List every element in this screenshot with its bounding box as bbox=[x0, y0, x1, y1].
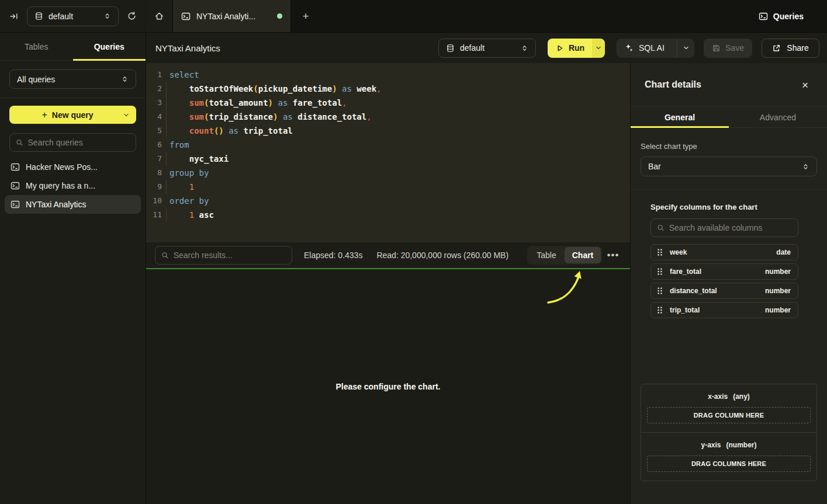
view-toggle: Table Chart bbox=[527, 246, 602, 265]
refresh-icon[interactable] bbox=[127, 11, 137, 21]
new-query-button[interactable]: + New query bbox=[9, 106, 136, 124]
run-button-label: Run bbox=[569, 43, 584, 53]
run-options-dropdown[interactable] bbox=[592, 39, 605, 58]
view-chart-label: Chart bbox=[572, 251, 594, 260]
tab-general[interactable]: General bbox=[631, 107, 729, 127]
database-selector-value: default bbox=[49, 12, 73, 21]
panel-header: Chart details × bbox=[631, 63, 827, 107]
chart-type-value: Bar bbox=[648, 162, 661, 171]
column-chip-distance_total[interactable]: distance_totalnumber bbox=[650, 283, 798, 299]
column-chip-fare_total[interactable]: fare_totalnumber bbox=[650, 263, 798, 280]
column-name: trip_total bbox=[670, 306, 700, 314]
query-list-item[interactable]: NYTaxi Analytics bbox=[5, 195, 141, 214]
columns-search[interactable] bbox=[650, 218, 798, 237]
query-item-label: Hacker News Pos... bbox=[26, 162, 98, 172]
query-terminal-icon bbox=[11, 200, 20, 209]
plus-icon: + bbox=[41, 110, 47, 120]
y-axis-type: (number) bbox=[726, 441, 757, 449]
share-button[interactable]: Share bbox=[762, 39, 819, 58]
y-axis-section: y-axis (number) DRAG COLUMNS HERE bbox=[641, 432, 816, 481]
line-number: 8 bbox=[146, 166, 169, 180]
new-query-label: New query bbox=[52, 110, 94, 120]
query-terminal-icon bbox=[11, 162, 20, 172]
divider bbox=[631, 189, 827, 190]
code-line: 8group by bbox=[146, 166, 630, 180]
tab-tables-label: Tables bbox=[25, 42, 48, 51]
sidebar-tabs: Tables Queries bbox=[0, 33, 146, 61]
tab-title: NYTaxi Analyti... bbox=[196, 12, 255, 21]
x-axis-section: x-axis (any) DRAG COLUMN HERE bbox=[641, 384, 816, 432]
drag-handle-icon bbox=[657, 248, 663, 256]
view-tab-table[interactable]: Table bbox=[528, 247, 565, 263]
results-toolbar: Elapsed: 0.433s Read: 20,000,000 rows (2… bbox=[146, 242, 630, 268]
column-chip-list: weekdatefare_totalnumberdistance_totalnu… bbox=[650, 244, 798, 318]
chevron-up-down-icon bbox=[103, 12, 111, 20]
content-column: NYTaxi Analytics default bbox=[146, 33, 827, 504]
sql-editor[interactable]: 1select2 toStartOfWeek(pickup_datetime) … bbox=[146, 63, 630, 242]
query-search-input[interactable] bbox=[28, 138, 130, 147]
tab-queries[interactable]: Queries bbox=[73, 33, 146, 60]
code-line: 10order by bbox=[146, 194, 630, 208]
run-button[interactable]: Run bbox=[548, 39, 605, 58]
query-list-item[interactable]: Hacker News Pos... bbox=[5, 158, 141, 176]
more-options-icon[interactable]: ••• bbox=[603, 249, 623, 261]
search-icon bbox=[657, 224, 665, 232]
new-query-dropdown[interactable] bbox=[121, 112, 132, 119]
query-filter-select[interactable]: All queries bbox=[9, 69, 136, 89]
x-axis-drop-hint: DRAG COLUMN HERE bbox=[694, 412, 764, 419]
tab-advanced-label: Advanced bbox=[760, 113, 796, 122]
play-icon bbox=[555, 44, 564, 53]
search-icon bbox=[161, 251, 169, 259]
sql-ai-button[interactable]: SQL AI bbox=[617, 39, 694, 58]
save-button[interactable]: Save bbox=[704, 39, 752, 58]
results-search-input[interactable] bbox=[174, 251, 286, 260]
query-filter-value: All queries bbox=[17, 75, 55, 84]
tab-nytaxi-analytics[interactable]: NYTaxi Analyti... bbox=[173, 0, 291, 32]
run-button-main[interactable]: Run bbox=[548, 39, 592, 58]
x-axis-label: x-axis bbox=[708, 392, 728, 401]
tab-tables[interactable]: Tables bbox=[0, 33, 73, 60]
run-database-selector[interactable]: default bbox=[438, 39, 536, 58]
new-tab-button[interactable]: + bbox=[291, 0, 320, 32]
chevron-up-down-icon bbox=[521, 44, 528, 52]
page-title: NYTaxi Analytics bbox=[155, 43, 220, 53]
column-name: week bbox=[670, 248, 687, 256]
x-axis-drop-zone[interactable]: DRAG COLUMN HERE bbox=[647, 407, 811, 423]
column-chip-week[interactable]: weekdate bbox=[650, 244, 798, 260]
query-list-item[interactable]: My query has a n... bbox=[5, 176, 141, 195]
axes-config: x-axis (any) DRAG COLUMN HERE y-axis (nu… bbox=[641, 384, 817, 481]
collapse-sidebar-icon[interactable] bbox=[9, 12, 19, 21]
annotation-arrow bbox=[534, 269, 604, 310]
query-search[interactable] bbox=[9, 133, 136, 152]
home-tab[interactable] bbox=[146, 0, 173, 32]
close-icon[interactable]: × bbox=[802, 79, 808, 91]
code-line: 3 sum(total_amount) as fare_total, bbox=[146, 96, 630, 110]
query-terminal-icon bbox=[181, 12, 191, 21]
tab-advanced[interactable]: Advanced bbox=[729, 107, 827, 127]
view-tab-chart[interactable]: Chart bbox=[565, 247, 601, 263]
queries-button-label: Queries bbox=[773, 12, 804, 21]
column-type: number bbox=[765, 287, 791, 295]
panel-tabs: General Advanced bbox=[631, 107, 827, 128]
queries-button[interactable]: Queries bbox=[759, 0, 804, 32]
query-item-label: My query has a n... bbox=[26, 181, 95, 190]
database-selector[interactable]: default bbox=[27, 6, 119, 26]
query-terminal-icon bbox=[11, 181, 20, 190]
y-axis-drop-zone[interactable]: DRAG COLUMNS HERE bbox=[647, 456, 811, 472]
chart-type-select[interactable]: Bar bbox=[641, 157, 817, 176]
columns-search-input[interactable] bbox=[669, 223, 792, 232]
x-axis-title: x-axis (any) bbox=[647, 392, 811, 401]
sql-ai-dropdown[interactable] bbox=[677, 39, 694, 58]
query-list: Hacker News Pos...My query has a n...NYT… bbox=[0, 158, 146, 214]
app-body: Tables Queries All queries + New query bbox=[0, 33, 827, 504]
tab-queries-label: Queries bbox=[94, 42, 124, 51]
column-name: distance_total bbox=[670, 287, 717, 295]
code-line: 2 toStartOfWeek(pickup_datetime) as week… bbox=[146, 82, 630, 96]
database-icon bbox=[34, 12, 43, 20]
code-line: 7 nyc_taxi bbox=[146, 152, 630, 166]
column-chip-trip_total[interactable]: trip_totalnumber bbox=[650, 302, 798, 318]
chart-details-panel: Chart details × General Advanced Select … bbox=[630, 63, 827, 504]
save-icon bbox=[712, 44, 721, 53]
results-search[interactable] bbox=[155, 246, 292, 265]
query-item-label: NYTaxi Analytics bbox=[26, 200, 86, 209]
